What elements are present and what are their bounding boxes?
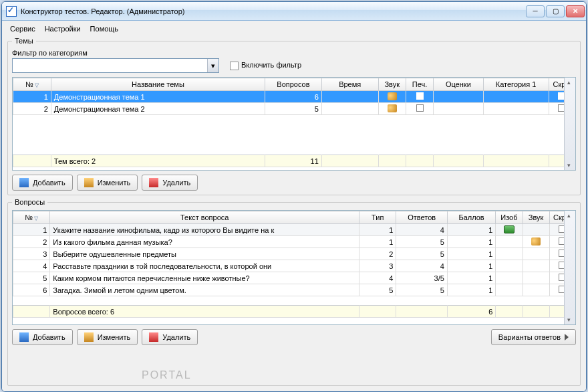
- edit-icon: [84, 178, 94, 187]
- qcol-sound: Звук: [523, 211, 549, 224]
- topics-add-button[interactable]: Добавить: [12, 175, 73, 191]
- arrow-right-icon: [565, 334, 569, 340]
- menu-help[interactable]: Помощь: [90, 25, 119, 33]
- qcol-num: №▽: [13, 211, 50, 224]
- close-button[interactable]: ✕: [566, 5, 585, 17]
- sound-icon: [388, 92, 397, 100]
- col-num: №▽: [13, 78, 51, 91]
- client-area: Сервис Настройки Помощь Темы Фильтр по к…: [2, 21, 586, 391]
- questions-delete-button[interactable]: Удалить: [142, 329, 198, 345]
- table-row[interactable]: 6Загадка. Зимой и летом одним цветом.551: [13, 284, 575, 296]
- topics-delete-button[interactable]: Удалить: [142, 175, 198, 191]
- qcol-text: Текст вопроса: [50, 211, 359, 224]
- topics-grid[interactable]: №▽ Название темы Вопросов Время Звук Печ…: [12, 77, 576, 171]
- questions-header-row[interactable]: №▽ Текст вопроса Тип Ответов Баллов Изоб…: [13, 211, 575, 224]
- checkbox-icon[interactable]: [416, 92, 424, 100]
- table-row[interactable]: 5Каким кормом питаются перечисленные ниж…: [13, 272, 575, 284]
- app-window: Конструктор тестов. Редактор. (Администр…: [1, 1, 587, 392]
- questions-group: Вопросы №▽ Текст вопроса Тип Ответов Бал…: [7, 198, 581, 386]
- menu-service[interactable]: Сервис: [10, 25, 35, 33]
- topics-summary-row: Тем всего: 211: [13, 155, 575, 167]
- window-buttons: ─ ▢ ✕: [526, 5, 585, 17]
- edit-icon: [84, 332, 94, 342]
- col-questions: Вопросов: [265, 78, 322, 91]
- enable-filter-checkbox[interactable]: Включить фильтр: [230, 61, 301, 70]
- topics-group: Темы Фильтр по категориям ▾ Включить фил…: [7, 37, 581, 195]
- qcol-points: Баллов: [447, 211, 495, 224]
- sound-icon: [388, 104, 397, 112]
- topics-header-row[interactable]: №▽ Название темы Вопросов Время Звук Печ…: [13, 78, 575, 91]
- filter-label: Фильтр по категориям: [12, 49, 576, 57]
- window-title: Конструктор тестов. Редактор. (Администр…: [21, 7, 526, 15]
- maximize-button[interactable]: ▢: [546, 5, 565, 17]
- table-row[interactable]: 4Расставьте праздники в той последовател…: [13, 260, 575, 272]
- table-row[interactable]: 1Демонстрационная тема 16: [13, 91, 575, 103]
- minimize-button[interactable]: ─: [526, 5, 545, 17]
- qcol-type: Тип: [359, 211, 396, 224]
- checkbox-icon: [230, 62, 239, 70]
- col-sound: Звук: [378, 78, 406, 91]
- topics-legend: Темы: [12, 37, 36, 45]
- chevron-down-icon[interactable]: ▾: [207, 59, 218, 72]
- answer-variants-button[interactable]: Варианты ответов: [491, 329, 576, 345]
- table-row[interactable]: 3Выберите одушевленные предметы251: [13, 248, 575, 260]
- titlebar[interactable]: Конструктор тестов. Редактор. (Администр…: [2, 2, 586, 21]
- col-time: Время: [321, 78, 378, 91]
- questions-legend: Вопросы: [12, 198, 47, 206]
- qcol-answers: Ответов: [396, 211, 447, 224]
- watermark: PORTAL: [142, 369, 192, 381]
- table-row[interactable]: 2Демонстрационная тема 25: [13, 103, 575, 115]
- col-grades: Оценки: [434, 78, 483, 91]
- menu-settings[interactable]: Настройки: [45, 25, 81, 33]
- add-icon: [19, 332, 29, 342]
- col-print: Печ.: [406, 78, 433, 91]
- col-cat1: Категория 1: [483, 78, 549, 91]
- questions-add-button[interactable]: Добавить: [12, 329, 73, 345]
- app-icon: [6, 6, 17, 17]
- questions-scrollbar[interactable]: [564, 211, 575, 324]
- qcol-image: Изоб: [496, 211, 523, 224]
- questions-grid[interactable]: №▽ Текст вопроса Тип Ответов Баллов Изоб…: [12, 210, 576, 325]
- category-filter-combo[interactable]: ▾: [12, 58, 219, 73]
- table-row[interactable]: 1Укажите название кинофильма, кадр из ко…: [13, 224, 575, 236]
- questions-edit-button[interactable]: Изменить: [77, 329, 138, 345]
- delete-icon: [149, 332, 158, 342]
- topics-edit-button[interactable]: Изменить: [77, 175, 138, 191]
- col-name: Название темы: [51, 78, 265, 91]
- menubar: Сервис Настройки Помощь: [7, 23, 581, 34]
- sound-icon: [531, 237, 541, 246]
- table-row[interactable]: 2Из какого фильма данная музыка?151: [13, 236, 575, 248]
- questions-summary-row: Вопросов всего: 66: [13, 306, 575, 318]
- delete-icon: [149, 178, 158, 187]
- image-icon: [504, 225, 514, 233]
- add-icon: [19, 178, 29, 187]
- topics-scrollbar[interactable]: [564, 78, 575, 170]
- checkbox-icon[interactable]: [416, 104, 424, 112]
